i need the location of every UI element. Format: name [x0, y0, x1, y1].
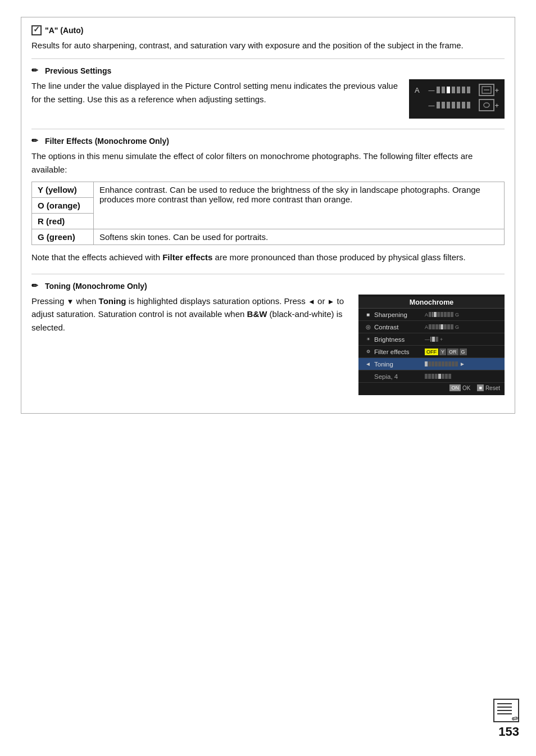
- filter-key-yellow: Y (yellow): [32, 182, 94, 197]
- auto-header-text: "A" (Auto): [45, 26, 83, 35]
- auto-section-body: Results for auto sharpening, contrast, a…: [31, 39, 505, 52]
- camera-screen-mockup: A —: [409, 79, 505, 119]
- left-triangle: ◄: [308, 297, 315, 306]
- prev-settings-header: ✏ Previous Settings: [31, 66, 505, 76]
- pencil-icon-filter: ✏: [31, 136, 42, 146]
- prev-settings-section: ✏ Previous Settings The line under the v…: [31, 66, 505, 119]
- filter-val-green: Softens skin tones. Can be used for port…: [94, 229, 505, 245]
- menu-row-contrast: ◎ Contrast A: [358, 321, 505, 333]
- cam-icon-square-top: [479, 84, 494, 96]
- toning-text: Pressing ▼ when Toning is highlighted di…: [31, 295, 349, 334]
- svg-point-2: [484, 103, 489, 107]
- menu-title: Monochrome: [358, 297, 505, 309]
- page-number: 153: [498, 725, 519, 739]
- camera-screen-image: A —: [409, 79, 505, 119]
- prev-settings-content: The line under the value displayed in th…: [31, 79, 505, 119]
- toning-section: ✏ Toning (Monochrome Only) Pressing ▼ wh…: [31, 281, 505, 395]
- filter-key-orange: O (orange): [32, 197, 94, 213]
- divider-1: [31, 58, 505, 59]
- auto-section-header: "A" (Auto): [31, 25, 505, 35]
- cam-row-1: A —: [415, 84, 499, 96]
- pencil-icon-prev: ✏: [31, 66, 42, 76]
- filter-effects-intro: The options in this menu simulate the ef…: [31, 150, 505, 176]
- pencil-icon-toning: ✏: [31, 281, 42, 291]
- notebook-icon: ✏: [493, 699, 519, 722]
- toning-header: ✏ Toning (Monochrome Only): [31, 281, 505, 291]
- down-triangle: ▼: [67, 297, 74, 306]
- menu-row-brightness: ☀ Brightness — +: [358, 333, 505, 346]
- filter-note: Note that the effects achieved with Filt…: [31, 251, 505, 264]
- filter-effects-section: ✏ Filter Effects (Monochrome Only) The o…: [31, 136, 505, 264]
- filter-table: Y (yellow) Enhance contrast. Can be used…: [31, 182, 505, 245]
- toning-content: Pressing ▼ when Toning is highlighted di…: [31, 295, 505, 395]
- cam-icon-square-bottom: [479, 99, 494, 111]
- table-row: G (green) Softens skin tones. Can be use…: [32, 229, 505, 245]
- menu-row-toning: ◄ Toning: [358, 358, 505, 370]
- divider-2: [31, 129, 505, 129]
- check-icon: [31, 25, 42, 35]
- prev-settings-text: The line under the value displayed in th…: [31, 79, 400, 106]
- cam-row-2: A —: [415, 99, 499, 111]
- filter-effects-header: ✏ Filter Effects (Monochrome Only): [31, 136, 505, 146]
- menu-bottom: ON OK ■ Reset: [358, 383, 505, 393]
- menu-mockup: Monochrome ■ Sharpening A: [358, 295, 505, 395]
- right-triangle: ►: [328, 297, 335, 306]
- filter-key-green: G (green): [32, 229, 94, 245]
- filter-key-red: R (red): [32, 213, 94, 229]
- table-row: Y (yellow) Enhance contrast. Can be used…: [32, 182, 505, 197]
- menu-row-filter-effects: ⚙ Filter effects OFF Y OR G: [358, 346, 505, 358]
- menu-row-sharpening: ■ Sharpening A: [358, 309, 505, 321]
- filter-val-yor: Enhance contrast. Can be used to reduce …: [94, 182, 505, 229]
- menu-row-sepia: ■ Sepia, 4: [358, 370, 505, 383]
- divider-3: [31, 274, 505, 274]
